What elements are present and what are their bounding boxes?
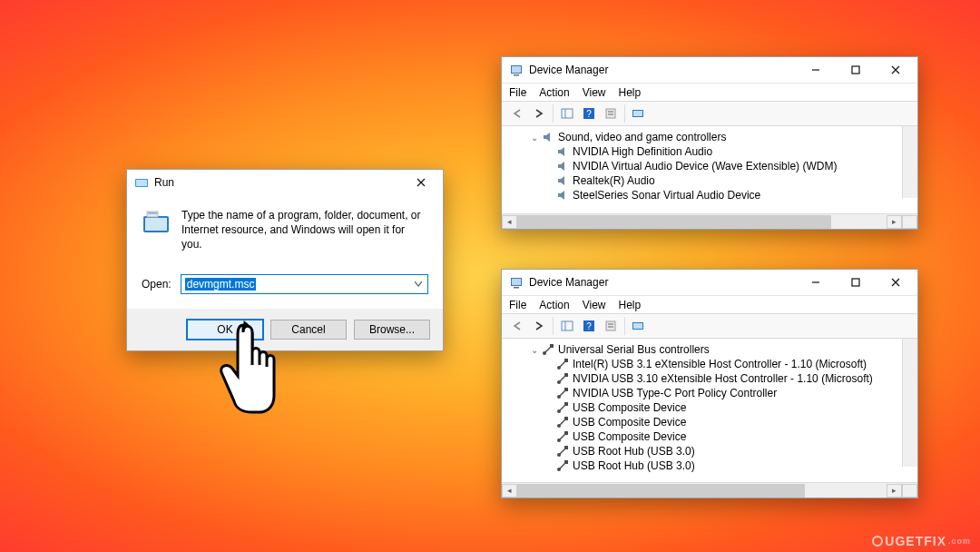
svg-rect-49 [564,446,568,449]
tree-item[interactable]: NVIDIA USB Type-C Port Policy Controller [505,386,917,400]
scan-hardware-icon[interactable] [629,316,649,336]
scroll-left-icon[interactable]: ◂ [502,215,517,229]
menu-action[interactable]: Action [539,299,569,311]
help-icon[interactable]: ? [579,316,599,336]
svg-rect-15 [606,109,615,118]
tree-item[interactable]: Realtek(R) Audio [505,173,917,188]
close-button[interactable] [876,270,916,295]
combobox-chevron-icon[interactable] [411,277,426,291]
maximize-button[interactable] [836,57,876,83]
svg-rect-47 [564,431,568,435]
tree-item-label: SteelSeries Sonar Virtual Audio Device [573,189,760,202]
minimize-button[interactable] [796,57,836,83]
dm1-tree[interactable]: ⌄ Sound, video and game controllers NVID… [502,126,917,213]
properties-icon[interactable] [601,316,621,336]
watermark-text: UGETFIX .com [872,534,971,548]
svg-rect-11 [562,109,573,118]
svg-rect-4 [147,212,158,217]
horizontal-scrollbar[interactable]: ◂ ▸ [502,213,917,229]
tree-item[interactable]: USB Composite Device [505,415,917,429]
tree-item[interactable]: Intel(R) USB 3.1 eXtensible Host Control… [505,357,917,371]
dm1-menubar[interactable]: File Action View Help [502,83,917,101]
dm2-titlebar[interactable]: Device Manager [502,270,917,295]
vertical-scrollbar[interactable] [902,126,917,198]
tree-item[interactable]: USB Composite Device [505,429,917,444]
tree-item[interactable]: NVIDIA High Definition Audio [505,144,917,159]
menu-file[interactable]: File [509,299,526,311]
expand-caret-icon[interactable]: ⌄ [529,133,540,143]
open-combobox[interactable]: devmgmt.msc [181,274,428,294]
tree-item[interactable]: USB Root Hub (USB 3.0) [505,444,917,458]
maximize-button[interactable] [836,270,876,295]
tree-category-label: Universal Serial Bus controllers [558,343,710,356]
tree-item[interactable]: USB Composite Device [505,400,917,415]
show-hide-tree-icon[interactable] [557,316,577,336]
tree-category-sound[interactable]: ⌄ Sound, video and game controllers [505,130,917,144]
properties-icon[interactable] [601,104,621,123]
tree-item[interactable]: NVIDIA USB 3.10 eXtensible Host Controll… [505,371,917,386]
scan-hardware-icon[interactable] [629,104,649,123]
horizontal-scrollbar[interactable]: ◂ ▸ [502,482,917,498]
close-button[interactable] [401,170,441,195]
tree-item-label: USB Composite Device [573,401,686,414]
open-input-value[interactable]: devmgmt.msc [185,278,257,291]
menu-help[interactable]: Help [619,299,642,311]
scroll-left-icon[interactable]: ◂ [502,484,517,498]
dm2-toolbar: ? [502,313,917,339]
svg-rect-3 [145,218,167,231]
svg-text:?: ? [586,321,592,331]
forward-icon[interactable] [529,104,549,123]
svg-rect-7 [512,66,521,73]
tree-item[interactable]: NVIDIA Virtual Audio Device (Wave Extens… [505,159,917,173]
ok-button[interactable]: OK [187,320,263,340]
dm2-title: Device Manager [529,276,796,289]
close-button[interactable] [876,57,916,83]
back-icon[interactable] [507,104,527,123]
dm1-titlebar[interactable]: Device Manager [502,57,917,83]
back-icon[interactable] [507,316,527,336]
tree-item-label: Realtek(R) Audio [573,174,655,187]
svg-rect-29 [606,321,615,330]
usb-icon [556,445,569,458]
scroll-right-icon[interactable]: ▸ [887,215,902,229]
speaker-icon [556,174,569,187]
run-program-icon [142,208,171,237]
dm2-menubar[interactable]: File Action View Help [502,295,917,313]
scroll-right-icon[interactable]: ▸ [887,484,902,498]
show-hide-tree-icon[interactable] [557,104,577,123]
tree-item-label: USB Composite Device [573,430,686,443]
vertical-scrollbar[interactable] [902,339,917,467]
usb-icon [556,430,569,443]
cancel-button[interactable]: Cancel [270,320,347,340]
svg-rect-35 [550,344,554,348]
dm2-tree[interactable]: ⌄ Universal Serial Bus controllers Intel… [502,339,917,482]
tree-category-label: Sound, video and game controllers [558,131,726,143]
run-title: Run [154,176,401,189]
scroll-thumb[interactable] [517,484,805,498]
browse-button[interactable]: Browse... [354,320,430,340]
forward-icon[interactable] [529,316,549,336]
help-icon[interactable]: ? [579,104,599,123]
tree-item-label: NVIDIA USB Type-C Port Policy Controller [573,387,777,399]
svg-rect-41 [564,388,568,391]
minimize-button[interactable] [796,270,836,295]
scroll-thumb[interactable] [517,215,831,229]
run-description: Type the name of a program, folder, docu… [181,208,428,252]
svg-text:?: ? [586,109,592,119]
expand-caret-icon[interactable]: ⌄ [529,345,540,355]
menu-action[interactable]: Action [539,86,569,99]
tree-item[interactable]: USB Root Hub (USB 3.0) [505,458,917,473]
tree-category-usb[interactable]: ⌄ Universal Serial Bus controllers [505,342,917,357]
speaker-icon [556,189,569,202]
dm1-title: Device Manager [529,64,796,76]
speaker-icon [556,145,569,158]
menu-view[interactable]: View [583,299,606,311]
open-label: Open: [142,278,172,291]
run-titlebar[interactable]: Run [127,170,443,195]
usb-icon [556,358,569,370]
menu-help[interactable]: Help [619,86,642,99]
menu-view[interactable]: View [583,86,606,99]
tree-item[interactable]: SteelSeries Sonar Virtual Audio Device [505,188,917,202]
menu-file[interactable]: File [509,86,526,99]
svg-rect-43 [564,402,568,406]
